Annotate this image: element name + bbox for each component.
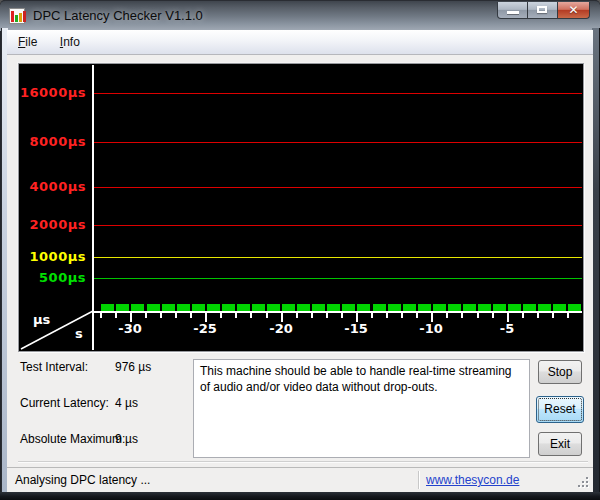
latency-sample-bar: [267, 304, 280, 311]
latency-sample-bar: [357, 304, 370, 311]
latency-sample-bar: [493, 304, 506, 311]
latency-sample-bar: [523, 304, 536, 311]
latency-sample-bar: [553, 304, 566, 311]
close-icon: ✕: [558, 2, 589, 18]
x-minor-tick: [537, 313, 539, 318]
x-tick-label--5: -5: [487, 321, 527, 336]
client-area: File Info µs s 16000µs8000µs4000µs2000µs…: [7, 30, 593, 467]
stop-button[interactable]: Stop: [538, 360, 582, 384]
y-axis-label-16000us: 16000µs: [20, 85, 86, 100]
status-bar: Analysing DPC latency ... www.thesycon.d…: [7, 467, 593, 492]
x-minor-tick: [492, 313, 494, 318]
latency-chart-frame: µs s 16000µs8000µs4000µs2000µs1000µs500µ…: [18, 63, 584, 352]
x-minor-tick: [522, 313, 524, 318]
threshold-line-500us: [94, 278, 582, 279]
grip-dots: [578, 485, 580, 487]
latency-sample-bar: [508, 304, 521, 311]
latency-sample-bar: [373, 304, 386, 311]
minimize-icon: [507, 11, 519, 14]
latency-sample-bar: [282, 304, 295, 311]
x-minor-tick: [115, 313, 117, 318]
y-axis-label-1000us: 1000µs: [20, 249, 86, 264]
x-minor-tick: [235, 313, 237, 318]
window-border-right[interactable]: [592, 28, 600, 492]
latency-sample-bar: [237, 304, 250, 311]
latency-sample-bar: [131, 304, 144, 311]
y-axis-label-8000us: 8000µs: [20, 134, 86, 149]
latency-sample-bar: [342, 304, 355, 311]
x-tick-label--20: -20: [261, 321, 301, 336]
x-minor-tick: [386, 313, 388, 318]
x-minor-tick: [326, 313, 328, 318]
latency-sample-bar: [463, 304, 476, 311]
thesycon-link[interactable]: www.thesycon.de: [426, 468, 519, 492]
x-minor-tick: [567, 313, 569, 318]
latency-sample-bar: [568, 304, 581, 311]
x-minor-tick: [341, 313, 343, 318]
latency-sample-bar: [192, 304, 205, 311]
latency-sample-bar: [162, 304, 175, 311]
reset-button[interactable]: Reset: [536, 396, 584, 423]
x-minor-tick: [552, 313, 554, 318]
status-message: Analysing DPC latency ...: [15, 468, 150, 492]
x-minor-tick: [190, 313, 192, 318]
x-minor-tick: [477, 313, 479, 318]
window-border-bottom[interactable]: [0, 492, 600, 500]
latency-sample-bar: [312, 304, 325, 311]
latency-sample-bar: [388, 304, 401, 311]
threshold-line-4000us: [94, 187, 582, 188]
x-tick-label--15: -15: [336, 321, 376, 336]
x-tick-label--30: -30: [110, 321, 150, 336]
exit-button[interactable]: Exit: [538, 432, 582, 456]
menu-info[interactable]: Info: [51, 30, 89, 54]
latency-sample-bar: [297, 304, 310, 311]
maximize-icon: [537, 6, 547, 13]
resize-grip[interactable]: [578, 477, 589, 488]
latency-sample-bar: [252, 304, 265, 311]
test-interval-value: 976 µs: [115, 360, 151, 374]
latency-sample-bar: [327, 304, 340, 311]
x-minor-tick: [296, 313, 298, 318]
absolute-maximum-value: 9 µs: [115, 432, 138, 446]
x-minor-tick: [100, 313, 102, 318]
x-tick-label--10: -10: [411, 321, 451, 336]
x-tick-label--25: -25: [185, 321, 225, 336]
test-interval-label: Test Interval:: [20, 360, 88, 374]
maximize-button[interactable]: [528, 2, 557, 19]
latency-sample-bar: [403, 304, 416, 311]
minimize-button[interactable]: [497, 2, 528, 19]
focus-rectangle: [538, 398, 582, 421]
x-minor-tick: [250, 313, 252, 318]
x-minor-tick: [446, 313, 448, 318]
latency-sample-bar: [116, 304, 129, 311]
axis-corner-diagonal: [20, 310, 94, 350]
latency-sample-bar: [418, 304, 431, 311]
x-minor-tick: [145, 313, 147, 318]
threshold-line-8000us: [94, 142, 582, 143]
y-axis-label-2000us: 2000µs: [20, 217, 86, 232]
menu-file[interactable]: File: [9, 30, 46, 54]
latency-sample-bar: [147, 304, 160, 311]
app-window: DPC Latency Checker V1.1.0 ✕ File Info µ…: [0, 0, 600, 500]
x-minor-tick: [311, 313, 313, 318]
y-axis-label-500us: 500µs: [20, 270, 86, 285]
x-minor-tick: [416, 313, 418, 318]
window-controls: ✕: [497, 2, 590, 19]
latency-sample-bar: [101, 304, 114, 311]
title-bar[interactable]: DPC Latency Checker V1.1.0 ✕: [0, 0, 600, 31]
latency-sample-bar: [448, 304, 461, 311]
threshold-line-2000us: [94, 225, 582, 226]
analysis-message-box[interactable]: This machine should be able to handle re…: [193, 359, 530, 458]
x-minor-tick: [401, 313, 403, 318]
threshold-line-1000us: [94, 257, 582, 258]
x-minor-tick: [266, 313, 268, 318]
x-minor-tick: [371, 313, 373, 318]
latency-sample-bar: [177, 304, 190, 311]
panel-separator: [18, 461, 588, 463]
close-button[interactable]: ✕: [557, 2, 590, 19]
latency-sample-bar: [478, 304, 491, 311]
status-separator: [418, 471, 420, 489]
current-latency-value: 4 µs: [115, 396, 138, 410]
threshold-line-16000us: [94, 93, 582, 94]
y-axis-label-4000us: 4000µs: [20, 179, 86, 194]
